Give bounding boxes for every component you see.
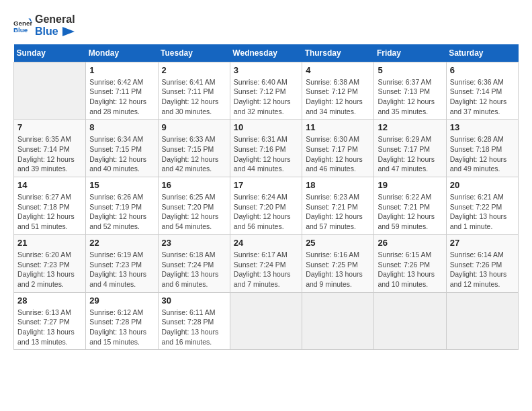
day-cell [230,292,302,350]
day-detail: Sunrise: 6:19 AM Sunset: 7:23 PM Dayligh… [89,250,154,289]
day-detail: Sunrise: 6:24 AM Sunset: 7:20 PM Dayligh… [234,192,298,232]
day-cell: 13Sunrise: 6:28 AM Sunset: 7:18 PM Dayli… [446,120,518,177]
day-number: 21 [17,238,82,248]
column-header-sunday: Sunday [14,44,86,62]
day-cell: 17Sunrise: 6:24 AM Sunset: 7:20 PM Dayli… [230,177,302,235]
day-number: 14 [17,180,82,190]
day-cell: 8Sunrise: 6:34 AM Sunset: 7:15 PM Daylig… [86,120,158,177]
day-number: 7 [17,122,82,132]
day-detail: Sunrise: 6:14 AM Sunset: 7:26 PM Dayligh… [450,250,515,289]
day-detail: Sunrise: 6:26 AM Sunset: 7:19 PM Dayligh… [89,192,154,232]
day-detail: Sunrise: 6:38 AM Sunset: 7:12 PM Dayligh… [306,77,370,117]
day-cell: 19Sunrise: 6:22 AM Sunset: 7:21 PM Dayli… [374,177,446,235]
calendar-body: 1Sunrise: 6:42 AM Sunset: 7:11 PM Daylig… [14,62,519,350]
day-number: 19 [378,180,442,190]
column-header-thursday: Thursday [302,44,374,62]
day-cell: 30Sunrise: 6:11 AM Sunset: 7:28 PM Dayli… [158,292,230,350]
day-detail: Sunrise: 6:25 AM Sunset: 7:20 PM Dayligh… [162,192,226,232]
week-row-3: 14Sunrise: 6:27 AM Sunset: 7:18 PM Dayli… [14,177,519,235]
calendar-header: SundayMondayTuesdayWednesdayThursdayFrid… [14,44,519,62]
day-number: 22 [89,238,154,248]
day-cell [14,62,86,120]
day-cell: 5Sunrise: 6:37 AM Sunset: 7:13 PM Daylig… [374,62,446,120]
logo: General Blue General Blue [13,13,75,38]
day-cell [374,292,446,350]
day-number: 6 [450,65,515,75]
day-cell: 20Sunrise: 6:21 AM Sunset: 7:22 PM Dayli… [446,177,518,235]
day-number: 20 [450,180,515,190]
day-detail: Sunrise: 6:37 AM Sunset: 7:13 PM Dayligh… [378,77,442,117]
day-cell: 11Sunrise: 6:30 AM Sunset: 7:17 PM Dayli… [302,120,374,177]
day-cell: 6Sunrise: 6:36 AM Sunset: 7:14 PM Daylig… [446,62,518,120]
day-detail: Sunrise: 6:22 AM Sunset: 7:21 PM Dayligh… [378,192,442,232]
day-detail: Sunrise: 6:31 AM Sunset: 7:16 PM Dayligh… [234,134,298,174]
page-header: General Blue General Blue [13,13,519,38]
day-detail: Sunrise: 6:36 AM Sunset: 7:14 PM Dayligh… [450,77,515,117]
day-cell: 24Sunrise: 6:17 AM Sunset: 7:24 PM Dayli… [230,234,302,292]
day-cell [302,292,374,350]
day-number: 23 [162,238,226,248]
column-header-friday: Friday [374,44,446,62]
day-detail: Sunrise: 6:20 AM Sunset: 7:23 PM Dayligh… [17,250,82,289]
day-number: 5 [378,65,442,75]
logo-arrow-icon [62,27,75,36]
day-number: 1 [89,65,154,75]
day-cell: 14Sunrise: 6:27 AM Sunset: 7:18 PM Dayli… [14,177,86,235]
day-number: 24 [234,238,298,248]
day-number: 11 [306,122,370,132]
week-row-4: 21Sunrise: 6:20 AM Sunset: 7:23 PM Dayli… [14,234,519,292]
day-number: 30 [162,295,226,306]
day-number: 2 [162,65,226,75]
day-cell: 4Sunrise: 6:38 AM Sunset: 7:12 PM Daylig… [302,62,374,120]
day-detail: Sunrise: 6:28 AM Sunset: 7:18 PM Dayligh… [450,134,515,174]
day-cell: 9Sunrise: 6:33 AM Sunset: 7:15 PM Daylig… [158,120,230,177]
day-detail: Sunrise: 6:15 AM Sunset: 7:26 PM Dayligh… [378,250,442,289]
logo-icon: General Blue [13,16,32,35]
column-header-saturday: Saturday [446,44,518,62]
day-detail: Sunrise: 6:33 AM Sunset: 7:15 PM Dayligh… [162,134,226,174]
day-number: 29 [89,295,154,306]
day-cell: 25Sunrise: 6:16 AM Sunset: 7:25 PM Dayli… [302,234,374,292]
calendar-table: SundayMondayTuesdayWednesdayThursdayFrid… [13,44,519,351]
day-cell: 18Sunrise: 6:23 AM Sunset: 7:21 PM Dayli… [302,177,374,235]
day-cell: 29Sunrise: 6:12 AM Sunset: 7:28 PM Dayli… [86,292,158,350]
day-cell: 10Sunrise: 6:31 AM Sunset: 7:16 PM Dayli… [230,120,302,177]
day-number: 17 [234,180,298,190]
day-number: 18 [306,180,370,190]
day-number: 12 [378,122,442,132]
day-detail: Sunrise: 6:42 AM Sunset: 7:11 PM Dayligh… [89,77,154,117]
day-number: 27 [450,238,515,248]
day-detail: Sunrise: 6:41 AM Sunset: 7:11 PM Dayligh… [162,77,226,117]
day-detail: Sunrise: 6:23 AM Sunset: 7:21 PM Dayligh… [306,192,370,232]
day-number: 9 [162,122,226,132]
day-cell: 21Sunrise: 6:20 AM Sunset: 7:23 PM Dayli… [14,234,86,292]
day-number: 8 [89,122,154,132]
day-cell: 27Sunrise: 6:14 AM Sunset: 7:26 PM Dayli… [446,234,518,292]
day-cell: 12Sunrise: 6:29 AM Sunset: 7:17 PM Dayli… [374,120,446,177]
day-detail: Sunrise: 6:35 AM Sunset: 7:14 PM Dayligh… [17,134,82,174]
day-cell: 26Sunrise: 6:15 AM Sunset: 7:26 PM Dayli… [374,234,446,292]
day-cell: 3Sunrise: 6:40 AM Sunset: 7:12 PM Daylig… [230,62,302,120]
day-detail: Sunrise: 6:16 AM Sunset: 7:25 PM Dayligh… [306,250,370,289]
day-cell: 23Sunrise: 6:18 AM Sunset: 7:24 PM Dayli… [158,234,230,292]
column-header-tuesday: Tuesday [158,44,230,62]
logo-text-general: General [35,13,75,25]
week-row-1: 1Sunrise: 6:42 AM Sunset: 7:11 PM Daylig… [14,62,519,120]
day-number: 28 [17,295,82,306]
day-detail: Sunrise: 6:30 AM Sunset: 7:17 PM Dayligh… [306,134,370,174]
day-cell: 15Sunrise: 6:26 AM Sunset: 7:19 PM Dayli… [86,177,158,235]
column-header-wednesday: Wednesday [230,44,302,62]
day-cell: 28Sunrise: 6:13 AM Sunset: 7:27 PM Dayli… [14,292,86,350]
day-detail: Sunrise: 6:11 AM Sunset: 7:28 PM Dayligh… [162,308,226,347]
header-row: SundayMondayTuesdayWednesdayThursdayFrid… [14,44,519,62]
week-row-5: 28Sunrise: 6:13 AM Sunset: 7:27 PM Dayli… [14,292,519,350]
day-detail: Sunrise: 6:34 AM Sunset: 7:15 PM Dayligh… [89,134,154,174]
day-number: 13 [450,122,515,132]
day-number: 25 [306,238,370,248]
day-detail: Sunrise: 6:12 AM Sunset: 7:28 PM Dayligh… [89,308,154,347]
day-detail: Sunrise: 6:27 AM Sunset: 7:18 PM Dayligh… [17,192,82,232]
day-cell: 22Sunrise: 6:19 AM Sunset: 7:23 PM Dayli… [86,234,158,292]
day-cell: 2Sunrise: 6:41 AM Sunset: 7:11 PM Daylig… [158,62,230,120]
day-cell: 16Sunrise: 6:25 AM Sunset: 7:20 PM Dayli… [158,177,230,235]
svg-marker-3 [62,27,75,36]
